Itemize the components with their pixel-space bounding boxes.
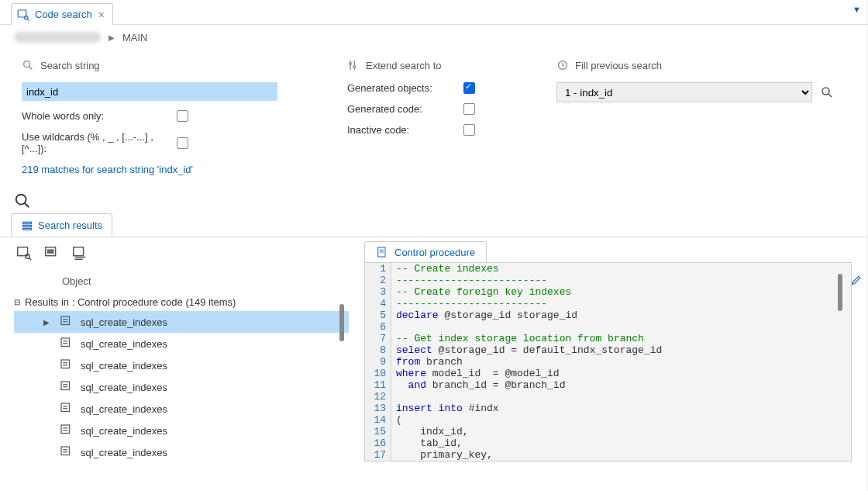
results-tab-label: Search results — [38, 220, 102, 231]
window-tabs: Code search × ▼ — [0, 0, 867, 25]
code-line: 17 primary_key, — [365, 449, 851, 461]
run-search-button[interactable] — [14, 192, 867, 212]
svg-point-10 — [822, 88, 829, 95]
code-line: 14( — [365, 414, 851, 426]
tree-item-label: sql_create_indexes — [81, 382, 167, 393]
svg-point-8 — [353, 66, 356, 68]
collapse-icon[interactable]: ⊟ — [14, 298, 20, 306]
toolbar-view-3-icon[interactable] — [71, 244, 88, 261]
generated-code-label: Generated code: — [347, 103, 463, 115]
use-wildcards-label: Use wildcards (% , _ , [...-...] , [^...… — [22, 131, 177, 154]
object-icon — [59, 423, 73, 439]
object-icon — [59, 358, 73, 374]
file-icon — [376, 246, 388, 258]
horizontal-splitter[interactable] — [339, 304, 344, 341]
extend-heading: Extend search to — [366, 60, 442, 71]
tree-item[interactable]: sql_create_indexes — [14, 376, 349, 398]
svg-line-13 — [25, 203, 29, 208]
code-line: 10where model_id = @model_id — [365, 368, 851, 379]
code-line: 11 and branch_id = @branch_id — [365, 379, 851, 391]
svg-rect-32 — [61, 360, 70, 368]
object-icon — [59, 401, 73, 417]
search-input[interactable] — [22, 82, 277, 101]
code-line: 16 tab_id, — [365, 437, 851, 449]
code-line: 9from branch — [365, 356, 851, 368]
edit-pencil-icon[interactable] — [850, 274, 863, 289]
settings-sliders-icon — [347, 59, 360, 71]
tree-item-label: sql_create_indexes — [81, 360, 167, 372]
tree-item[interactable]: sql_create_indexes — [14, 441, 349, 463]
code-line: 2------------------------- — [365, 275, 851, 286]
breadcrumb-root-blurred — [14, 32, 101, 43]
svg-rect-41 — [61, 425, 70, 434]
previous-search-dropdown[interactable]: 1 - indx_id — [556, 82, 812, 102]
svg-rect-44 — [61, 447, 70, 455]
match-count-link[interactable]: 219 matches for search string 'indx_id' — [22, 164, 339, 175]
tab-label: Code search — [35, 9, 92, 20]
tab-control-procedure[interactable]: Control procedure — [364, 241, 487, 262]
tree-column-object: Object — [62, 275, 349, 287]
svg-line-4 — [29, 67, 32, 69]
svg-rect-20 — [46, 247, 56, 256]
fill-previous-panel: Fill previous search 1 - indx_id — [556, 59, 852, 175]
search-string-heading: Search string — [40, 60, 100, 71]
svg-rect-29 — [61, 338, 70, 347]
code-viewer[interactable]: 1-- Create indexes2---------------------… — [364, 262, 852, 462]
fill-previous-heading: Fill previous search — [575, 60, 662, 71]
tree-item[interactable]: sql_create_indexes — [14, 333, 349, 354]
generated-objects-checkbox[interactable] — [463, 82, 475, 94]
code-scrollbar[interactable] — [838, 274, 842, 311]
object-icon — [59, 336, 73, 352]
code-line: 1-- Create indexes — [365, 263, 851, 275]
tree-item-label: sql_create_indexes — [81, 447, 167, 458]
breadcrumb: ▶ MAIN — [0, 25, 867, 50]
tree-group[interactable]: ⊟ Results in : Control procedure code (1… — [14, 293, 349, 311]
results-tree-pane: Object ⊟ Results in : Control procedure … — [0, 237, 349, 469]
tree-item-label: sql_create_indexes — [81, 316, 167, 328]
object-icon — [59, 379, 73, 396]
tree-item[interactable]: sql_create_indexes — [14, 354, 349, 376]
search-previous-button[interactable] — [820, 85, 834, 99]
close-icon[interactable]: × — [97, 9, 106, 21]
code-line: 5declare @storage_id storage_id — [365, 309, 851, 321]
whole-words-checkbox[interactable] — [177, 110, 188, 122]
code-line: 6 — [365, 321, 851, 333]
svg-point-6 — [350, 63, 352, 65]
toolbar-view-2-icon[interactable] — [43, 244, 60, 261]
svg-rect-22 — [48, 252, 53, 253]
code-line: 7-- Get index storage location from bran… — [365, 333, 851, 344]
tab-code-search[interactable]: Code search × — [11, 3, 113, 25]
svg-line-11 — [828, 94, 832, 97]
svg-rect-35 — [61, 382, 70, 390]
svg-rect-26 — [61, 316, 70, 325]
tree-item[interactable]: sql_create_indexes — [14, 398, 349, 420]
search-icon — [22, 59, 34, 71]
code-line: 13insert into #indx — [365, 403, 851, 414]
inactive-code-checkbox[interactable] — [463, 124, 475, 136]
code-line: 4------------------------- — [365, 298, 851, 309]
svg-rect-16 — [23, 228, 32, 230]
tree-item[interactable]: ▶sql_create_indexes — [14, 311, 349, 333]
use-wildcards-checkbox[interactable] — [177, 137, 188, 149]
svg-rect-14 — [23, 222, 32, 223]
generated-code-checkbox[interactable] — [463, 103, 475, 115]
tabs-dropdown-icon[interactable]: ▼ — [852, 5, 861, 14]
svg-rect-23 — [74, 247, 84, 256]
code-pane: Control procedure 1-- Create indexes2---… — [349, 237, 867, 469]
breadcrumb-main[interactable]: MAIN — [122, 32, 148, 43]
code-tab-label: Control procedure — [394, 247, 475, 258]
svg-point-12 — [16, 195, 26, 205]
toolbar-view-1-icon[interactable] — [16, 244, 33, 261]
tab-search-results[interactable]: Search results — [11, 213, 112, 237]
generated-objects-label: Generated objects: — [347, 82, 463, 94]
inactive-code-label: Inactive code: — [347, 124, 463, 136]
svg-rect-38 — [61, 403, 70, 412]
code-search-icon — [16, 8, 30, 22]
tree-item[interactable]: sql_create_indexes — [14, 420, 349, 441]
history-icon — [556, 59, 569, 71]
expand-icon[interactable]: ▶ — [42, 318, 51, 327]
svg-line-19 — [29, 258, 31, 260]
svg-line-2 — [28, 19, 29, 20]
svg-rect-15 — [23, 225, 32, 226]
tree-item-label: sql_create_indexes — [81, 425, 167, 437]
